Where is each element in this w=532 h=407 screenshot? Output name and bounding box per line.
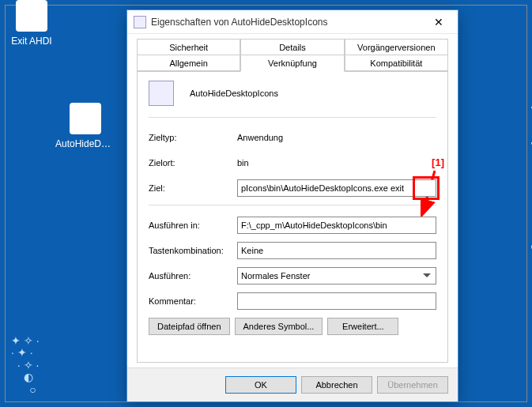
desktop-icon-autohide[interactable]: AutoHideDesktopI... bbox=[54, 103, 117, 150]
label-tastenkombination: Tastenkombination: bbox=[149, 246, 237, 255]
tab-allgemein[interactable]: Allgemein bbox=[137, 55, 240, 72]
dialog-button-row: OK Abbrechen Übernehmen bbox=[127, 367, 458, 401]
erweitert-button[interactable]: Erweitert... bbox=[327, 318, 398, 335]
tab-vorgaengerversionen[interactable]: Vorgängerversionen bbox=[345, 39, 448, 55]
tab-strip: Sicherheit Details Vorgängerversionen Al… bbox=[137, 39, 448, 71]
desktop-icon-label: Exit AHDI bbox=[0, 35, 63, 47]
app-icon bbox=[16, 0, 47, 32]
desktop-icon-exit-ahdi[interactable]: Exit AHDI bbox=[0, 0, 63, 47]
label-ausfuehren-in: Ausführen in: bbox=[149, 220, 237, 230]
label-kommentar: Kommentar: bbox=[149, 296, 237, 306]
label-zielort: Zielort: bbox=[149, 158, 237, 168]
titlebar: Eigenschaften von AutoHideDesktopIcons ✕ bbox=[127, 10, 458, 34]
ausfuehren-select[interactable]: Normales Fenster bbox=[237, 267, 436, 285]
divider bbox=[149, 117, 436, 118]
ok-button[interactable]: OK bbox=[225, 376, 296, 394]
titlebar-icon bbox=[134, 16, 146, 28]
uebernehmen-button[interactable]: Übernehmen bbox=[377, 376, 448, 394]
label-ziel: Ziel: bbox=[149, 183, 237, 193]
window-title: Eigenschaften von AutoHideDesktopIcons bbox=[151, 17, 421, 28]
divider bbox=[149, 205, 436, 205]
tastenkombination-input[interactable] bbox=[237, 242, 436, 259]
shortcut-header: AutoHideDesktopIcons bbox=[149, 81, 436, 106]
ausfuehren-in-input[interactable] bbox=[237, 217, 436, 234]
label-ausfuehren: Ausführen: bbox=[149, 271, 237, 281]
properties-dialog: Eigenschaften von AutoHideDesktopIcons ✕… bbox=[126, 9, 458, 402]
dialog-content: Sicherheit Details Vorgängerversionen Al… bbox=[127, 34, 458, 367]
tab-sicherheit[interactable]: Sicherheit bbox=[137, 39, 240, 55]
kommentar-input[interactable] bbox=[237, 292, 436, 310]
desktop-decoration: ✦ ✧ ·· ✦ · · ✧ · ◐ ○ bbox=[11, 335, 114, 396]
anderes-symbol-button[interactable]: Anderes Symbol... bbox=[235, 318, 323, 335]
tab-panel: [1] AutoHideDesktopIcons Zieltyp: Anwend… bbox=[137, 70, 448, 363]
app-icon bbox=[149, 81, 174, 106]
watermark-text: www.SoftwareOK.de :-) bbox=[527, 101, 532, 331]
tab-details[interactable]: Details bbox=[240, 39, 344, 55]
dateipfad-button[interactable]: Dateipfad öffnen bbox=[149, 318, 230, 335]
value-zielort: bin bbox=[237, 158, 436, 168]
close-button[interactable]: ✕ bbox=[421, 10, 456, 34]
ziel-input[interactable] bbox=[237, 179, 436, 197]
abbrechen-button[interactable]: Abbrechen bbox=[301, 376, 372, 394]
tab-kompatibilitaet[interactable]: Kompatibilität bbox=[345, 55, 448, 72]
label-zieltyp: Zieltyp: bbox=[149, 133, 237, 142]
desktop-icon-label: AutoHideDesktopI... bbox=[54, 138, 117, 150]
app-icon bbox=[70, 103, 101, 134]
tab-verknuepfung[interactable]: Verknüpfung bbox=[240, 55, 344, 72]
value-zieltyp: Anwendung bbox=[237, 133, 436, 142]
shortcut-name: AutoHideDesktopIcons bbox=[190, 89, 278, 98]
